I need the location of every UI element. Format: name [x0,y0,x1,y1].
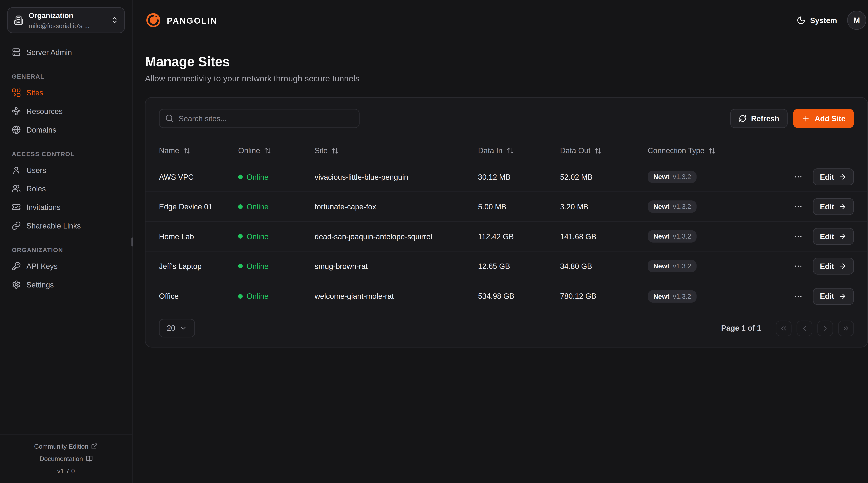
row-menu-button[interactable] [791,259,805,273]
sidebar-item-roles[interactable]: Roles [7,180,125,198]
sidebar-item-sites[interactable]: Sites [7,84,125,102]
last-page-button[interactable] [838,320,854,336]
ellipsis-icon [794,262,803,271]
ellipsis-icon [794,232,803,241]
users-icon [12,184,21,193]
page-info: Page 1 of 1 [721,324,761,332]
edit-button[interactable]: Edit [813,198,854,215]
sidebar-item-invitations[interactable]: Invitations [7,198,125,216]
site-slug: dead-san-joaquin-antelope-squirrel [315,232,478,240]
avatar[interactable]: M [847,10,866,30]
sidebar-footer: Community Edition Documentation v1.7.0 [0,434,132,483]
data-out-value: 141.68 GB [560,232,648,240]
sort-icon [594,147,602,154]
arrow-right-icon [839,262,846,270]
sidebar-item-label: Users [26,166,46,174]
table-row: Office Online welcome-giant-mole-rat 534… [146,281,867,311]
site-name: AWS VPC [159,173,238,181]
table-row: Edge Device 01 Online fortunate-cape-fox… [146,192,867,222]
sidebar-section-organization: ORGANIZATION [7,247,125,253]
chevron-down-icon [180,324,187,332]
online-dot-icon [238,294,243,298]
theme-label: System [810,16,837,25]
arrow-right-icon [839,203,846,211]
add-site-button[interactable]: Add Site [793,109,854,128]
sidebar-item-label: Settings [26,280,54,289]
arrow-right-icon [839,173,846,181]
edit-button[interactable]: Edit [813,168,854,185]
column-header-connection-type[interactable]: Connection Type [648,146,775,155]
org-selector[interactable]: Organization milo@fossorial.io's ... [7,7,125,33]
refresh-icon [739,115,746,122]
community-edition-link[interactable]: Community Edition [0,440,132,452]
arrow-right-icon [839,292,846,300]
ellipsis-icon [794,172,803,181]
online-status: Online [238,262,315,270]
chevrons-up-down-icon [111,16,118,24]
connection-type-badge: Newt v1.3.2 [648,200,697,213]
column-header-online[interactable]: Online [238,146,315,155]
connection-type-badge: Newt v1.3.2 [648,260,697,272]
sort-icon [264,147,271,154]
sidebar-item-server-admin[interactable]: Server Admin [7,43,125,61]
sidebar-item-users[interactable]: Users [7,161,125,179]
sidebar-section-access-control: ACCESS CONTROL [7,151,125,157]
sidebar-item-api-keys[interactable]: API Keys [7,257,125,275]
user-icon [12,166,21,175]
sidebar: Organization milo@fossorial.io's ... Ser… [0,0,133,483]
org-selector-subtitle: milo@fossorial.io's ... [29,23,90,29]
documentation-link[interactable]: Documentation [0,452,132,465]
sidebar-item-settings[interactable]: Settings [7,276,125,294]
online-dot-icon [238,234,243,238]
edit-button[interactable]: Edit [813,288,854,304]
row-menu-button[interactable] [791,230,805,243]
search-input[interactable] [159,109,360,128]
pangolin-logo [145,12,162,29]
data-out-value: 780.12 GB [560,292,648,300]
column-header-name[interactable]: Name [159,146,238,155]
card-footer: 20 Page 1 of 1 [146,311,867,347]
data-in-value: 534.98 GB [478,292,560,300]
data-out-value: 52.02 MB [560,173,648,181]
online-dot-icon [238,204,243,209]
row-menu-button[interactable] [791,289,805,303]
ellipsis-icon [794,292,803,301]
ticket-check-icon [12,203,21,212]
sidebar-item-shareable-links[interactable]: Shareable Links [7,217,125,235]
sidebar-item-resources[interactable]: Resources [7,102,125,120]
sites-table-body: AWS VPC Online vivacious-little-blue-pen… [146,162,867,311]
book-open-icon [86,455,93,462]
site-slug: welcome-giant-mole-rat [315,292,478,300]
chevrons-left-icon [780,324,787,332]
row-menu-button[interactable] [791,170,805,184]
data-in-value: 30.12 MB [478,173,560,181]
card-toolbar: Refresh Add Site [146,98,867,139]
column-header-data-out[interactable]: Data Out [560,146,648,155]
sort-icon [709,147,716,154]
page-size-select[interactable]: 20 [159,319,195,337]
column-header-data-in[interactable]: Data In [478,146,560,155]
column-header-site[interactable]: Site [315,146,478,155]
external-link-icon [91,443,98,450]
sidebar-resize-handle[interactable] [131,237,133,247]
chevrons-right-icon [842,324,850,332]
edit-button[interactable]: Edit [813,228,854,245]
next-page-button[interactable] [817,320,833,336]
gear-icon [12,280,21,289]
online-dot-icon [238,174,243,179]
brand-name: PANGOLIN [167,15,217,25]
row-menu-button[interactable] [791,200,805,214]
first-page-button[interactable] [776,320,792,336]
table-header-row: Name Online Site Data In [146,139,867,162]
refresh-button[interactable]: Refresh [730,109,788,128]
site-name: Office [159,292,238,300]
app-version: v1.7.0 [0,465,132,477]
sidebar-item-domains[interactable]: Domains [7,121,125,139]
ellipsis-icon [794,202,803,211]
sidebar-nav: Server Admin GENERAL Sites Resources Dom [0,43,132,294]
theme-toggle[interactable]: System [797,16,837,25]
edit-button[interactable]: Edit [813,258,854,275]
previous-page-button[interactable] [797,320,812,336]
sort-icon [183,147,190,154]
moon-icon [797,16,806,25]
